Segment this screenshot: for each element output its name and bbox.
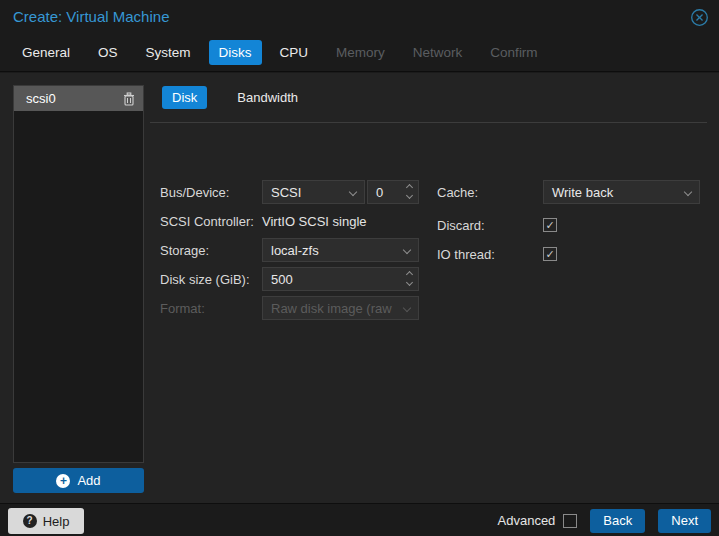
bus-device-label: Bus/Device: xyxy=(160,185,262,200)
tab-network: Network xyxy=(403,40,473,65)
format-select: Raw disk image (raw xyxy=(262,296,419,320)
format-row: Format: Raw disk image (raw xyxy=(160,296,419,320)
format-select-value: Raw disk image (raw xyxy=(271,301,392,316)
dialog-header: Create: Virtual Machine xyxy=(0,0,719,34)
disk-list: scsi0 xyxy=(13,85,144,463)
spinner-arrows-icon[interactable] xyxy=(407,272,412,285)
question-circle-icon: ? xyxy=(23,514,37,528)
chevron-down-icon xyxy=(403,304,411,312)
device-number-value: 0 xyxy=(376,185,383,200)
tab-disks[interactable]: Disks xyxy=(209,40,262,65)
cache-label: Cache: xyxy=(437,185,543,200)
spinner-arrows-icon[interactable] xyxy=(407,185,412,198)
footer-actions: Advanced Back Next xyxy=(498,504,711,536)
tab-system[interactable]: System xyxy=(136,40,201,65)
discard-label: Discard: xyxy=(437,218,543,233)
chevron-down-icon xyxy=(403,246,411,254)
back-button[interactable]: Back xyxy=(590,509,645,533)
storage-select[interactable]: local-zfs xyxy=(262,238,419,262)
scsi-controller-value: VirtIO SCSI single xyxy=(262,214,367,229)
dialog-title: Create: Virtual Machine xyxy=(13,8,169,25)
disk-size-row: Disk size (GiB): 500 xyxy=(160,267,419,291)
next-button-label: Next xyxy=(671,513,698,528)
tab-os[interactable]: OS xyxy=(88,40,128,65)
disk-item-label: scsi0 xyxy=(26,91,123,106)
chevron-down-icon xyxy=(349,188,357,196)
storage-label: Storage: xyxy=(160,243,262,258)
io-thread-checkbox[interactable]: ✓ xyxy=(543,247,557,261)
plus-circle-icon: + xyxy=(56,474,70,488)
tab-general[interactable]: General xyxy=(12,40,80,65)
scsi-controller-label: SCSI Controller: xyxy=(160,214,262,229)
add-disk-button[interactable]: + Add xyxy=(13,468,144,493)
help-button-label: Help xyxy=(43,514,70,529)
next-button[interactable]: Next xyxy=(658,509,711,533)
io-thread-label: IO thread: xyxy=(437,247,543,262)
create-vm-dialog: Create: Virtual Machine General OS Syste… xyxy=(0,0,719,536)
bus-select-value: SCSI xyxy=(271,185,301,200)
trash-icon[interactable] xyxy=(123,92,135,106)
advanced-label: Advanced xyxy=(498,513,556,528)
back-button-label: Back xyxy=(603,513,632,528)
advanced-checkbox[interactable] xyxy=(563,514,577,528)
io-thread-row: IO thread: ✓ xyxy=(437,242,557,266)
disk-inner-tab-bar: Disk Bandwidth xyxy=(150,86,707,123)
format-label: Format: xyxy=(160,301,262,316)
discard-checkbox[interactable]: ✓ xyxy=(543,218,557,232)
device-number-input[interactable]: 0 xyxy=(367,180,419,204)
cache-select-value: Write back xyxy=(552,185,613,200)
storage-select-value: local-zfs xyxy=(271,243,319,258)
disk-list-item-scsi0[interactable]: scsi0 xyxy=(14,86,143,111)
scsi-controller-row: SCSI Controller: VirtIO SCSI single xyxy=(160,209,367,233)
add-button-label: Add xyxy=(77,473,100,488)
discard-row: Discard: ✓ xyxy=(437,213,557,237)
disks-panel: scsi0 + Add Disk Bandwidth Bus/ xyxy=(0,73,719,503)
disk-size-input[interactable]: 500 xyxy=(262,267,419,291)
wizard-tab-bar: General OS System Disks CPU Memory Netwo… xyxy=(0,34,719,72)
tab-cpu[interactable]: CPU xyxy=(270,40,319,65)
disk-form: Bus/Device: SCSI 0 SCSI Controller: Virt… xyxy=(150,123,719,503)
disk-size-label: Disk size (GiB): xyxy=(160,272,262,287)
cache-row: Cache: Write back xyxy=(437,180,700,204)
storage-row: Storage: local-zfs xyxy=(160,238,419,262)
bus-device-row: Bus/Device: SCSI 0 xyxy=(160,180,419,204)
cache-select[interactable]: Write back xyxy=(543,180,700,204)
tab-memory: Memory xyxy=(326,40,395,65)
close-icon[interactable] xyxy=(690,8,709,27)
tab-disk[interactable]: Disk xyxy=(162,86,207,109)
bus-select[interactable]: SCSI xyxy=(262,180,365,204)
help-button[interactable]: ? Help xyxy=(8,508,84,534)
tab-bandwidth[interactable]: Bandwidth xyxy=(227,86,308,109)
dialog-footer: ? Help Advanced Back Next xyxy=(0,503,719,536)
chevron-down-icon xyxy=(684,188,692,196)
disk-size-value: 500 xyxy=(271,272,293,287)
tab-confirm: Confirm xyxy=(480,40,547,65)
